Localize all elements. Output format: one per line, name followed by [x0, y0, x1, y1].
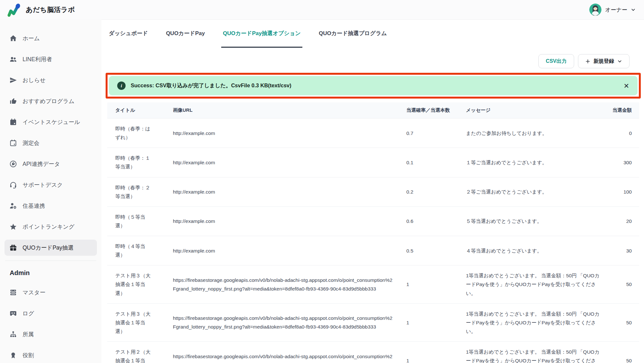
csv-export-button[interactable]: CSV出力 — [538, 54, 574, 68]
cell-message: １等ご当選おめでとうございます。 — [458, 158, 600, 167]
sidebar-item[interactable]: サポートデスク — [5, 177, 97, 193]
home-icon — [9, 34, 17, 42]
sidebar-item-label: ホーム — [23, 34, 40, 42]
sidebar-item[interactable]: LINE利用者 — [5, 51, 97, 67]
highlight-annotation-box: i Success: CSV取り込みが完了しました。CsvFile 0.3 KB… — [106, 73, 641, 99]
sidebar-item-label: マスター — [23, 289, 45, 296]
tab-item[interactable]: ダッシュボード — [107, 20, 149, 48]
sidebar-item[interactable]: 住基連携 — [5, 198, 97, 214]
headset-icon — [9, 181, 17, 189]
tab-item[interactable]: QUOカードPay抽選オプション — [221, 20, 302, 48]
table-body: 即時（春季：はずれ） http://example.com 0.7 またのご参加… — [107, 119, 639, 363]
sidebar-item[interactable]: マスター — [5, 284, 97, 301]
thumbs-up-icon — [9, 97, 17, 105]
table-row: 即時（春季：１等当選） http://example.com 0.1 １等ご当選… — [107, 148, 639, 177]
cell-title: テスト用２（大抽選会１等当選） — [107, 348, 162, 363]
tab-label: ダッシュボード — [109, 30, 148, 37]
sidebar-divider — [5, 261, 96, 261]
cell-message: 1等当選おめでとうございます。 当選金額：50円 「QUOカードPayを使う」か… — [458, 310, 600, 336]
sidebar-item[interactable]: おしらせ — [5, 72, 97, 88]
cell-message: 1等当選おめでとうございます。 当選金額：50円 「QUOカードPayを使う」か… — [458, 271, 600, 297]
tab-item[interactable]: QUOカード抽選プログラム — [317, 20, 389, 48]
info-icon: i — [117, 81, 126, 90]
cell-image-url: http://example.com — [162, 246, 402, 255]
person-gear-icon — [9, 202, 17, 210]
cell-rate: 0.7 — [402, 129, 458, 138]
chevron-down-icon — [617, 59, 622, 64]
sidebar-item-label: 測定会 — [23, 139, 40, 147]
user-menu[interactable]: オーナー — [589, 4, 636, 16]
sidebar-item-label: 役割 — [23, 351, 34, 359]
sidebar-item[interactable]: 所属 — [5, 326, 97, 342]
cell-rate: 1 — [402, 280, 458, 289]
sidebar-item-label: サポートデスク — [23, 181, 63, 189]
app-title: あだち脳活ラボ — [26, 5, 75, 14]
sidebar-item-label: 所属 — [23, 330, 34, 338]
cell-amount: 20 — [600, 217, 639, 225]
cell-amount: 50 — [600, 280, 639, 289]
sidebar-item[interactable]: 測定会 — [5, 135, 97, 151]
gift-icon — [9, 244, 17, 252]
table-header-cell: 画像URL — [162, 107, 402, 113]
sidebar-main-items: ホーム LINE利用者 おしらせ おすすめプログラム — [0, 30, 101, 256]
success-alert: i Success: CSV取り込みが完了しました。CsvFile 0.3 KB… — [109, 76, 638, 95]
cell-rate: 0.2 — [402, 187, 458, 196]
cell-image-url: http://example.com — [162, 217, 402, 225]
sidebar-item-label: おしらせ — [23, 76, 46, 84]
sidebar-item-label: QUOカードPay抽選 — [23, 244, 73, 252]
close-icon[interactable]: ✕ — [623, 82, 629, 89]
log-icon — [9, 310, 17, 317]
top-bar: あだち脳活ラボ オーナー — [0, 0, 644, 19]
table-row: テスト用３（大抽選会１等当選） https://firebasestorage.… — [107, 265, 639, 303]
avatar — [589, 4, 601, 16]
sidebar-item[interactable]: イベントスケジュール — [5, 114, 97, 130]
cell-title: 即時（春季：はずれ） — [107, 124, 162, 142]
api-plug-icon — [9, 160, 17, 168]
tab-item[interactable]: QUOカードPay — [164, 20, 206, 48]
user-role-label: オーナー — [605, 6, 627, 14]
role-badge-icon — [9, 351, 17, 359]
tab-label: QUOカード抽選プログラム — [319, 30, 387, 37]
calendar-outline-icon — [9, 139, 17, 147]
cell-rate: 0.5 — [402, 246, 458, 255]
cell-amount: 0 — [600, 129, 639, 138]
sidebar-item[interactable]: ポイントランキング — [5, 219, 97, 235]
sidebar-item[interactable]: QUOカードPay抽選 — [5, 240, 97, 256]
cell-message: ２等ご当選おめでとうございます。 — [458, 187, 600, 196]
csv-export-label: CSV出力 — [546, 58, 567, 65]
lottery-options-table: タイトル 画像URL 当選確率／当選本数 メッセージ 当選金額 即時（春季：はず… — [107, 102, 639, 363]
cell-image-url: http://example.com — [162, 187, 402, 196]
sidebar-item[interactable]: ホーム — [5, 30, 97, 46]
new-registration-button[interactable]: 新規登録 — [578, 54, 630, 68]
cell-title: テスト用３（大抽選会１等当選） — [107, 310, 162, 336]
sidebar-section-admin: Admin — [0, 269, 101, 277]
table-row: 即時（春季：２等当選） http://example.com 0.2 ２等ご当選… — [107, 177, 639, 207]
master-list-icon — [9, 289, 17, 296]
cell-message: ５等当選おめでとうございます。 — [458, 217, 600, 225]
sidebar-item-label: おすすめプログラム — [23, 97, 74, 105]
chevron-down-icon — [631, 7, 636, 12]
sidebar-item[interactable]: API連携データ — [5, 156, 97, 172]
tab-bar: ダッシュボード QUOカードPay QUOカードPay抽選オプション QUOカー… — [101, 20, 644, 48]
cell-message: 1等当選おめでとうございます。 当選金額：50円 「QUOカードPayを使う」か… — [458, 348, 600, 363]
sidebar-item[interactable]: ログ — [5, 305, 97, 321]
sidebar-item-label: ポイントランキング — [23, 223, 74, 231]
plus-icon — [585, 59, 590, 64]
table-header-cell: 当選金額 — [600, 107, 639, 113]
sidebar-item-label: API連携データ — [23, 160, 60, 168]
org-tree-icon — [9, 330, 17, 338]
cell-title: 即時（春季：１等当選） — [107, 154, 162, 171]
star-icon — [9, 223, 17, 231]
table-header-cell: メッセージ — [458, 107, 600, 113]
table-row: テスト用２（大抽選会１等当選） https://firebasestorage.… — [107, 342, 639, 363]
cell-amount: 50 — [600, 318, 639, 327]
cell-image-url: https://firebasestorage.googleapis.com/v… — [162, 276, 402, 293]
table-header-cell: 当選確率／当選本数 — [402, 107, 458, 113]
sidebar-item[interactable]: おすすめプログラム — [5, 93, 97, 109]
cell-image-url: http://example.com — [162, 158, 402, 167]
cell-rate: 0.1 — [402, 158, 458, 167]
cell-rate: 1 — [402, 318, 458, 327]
table-row: 即時（４等当選） http://example.com 0.5 ４等当選おめでと… — [107, 236, 639, 265]
toolbar: CSV出力 新規登録 — [101, 48, 644, 68]
sidebar-item[interactable]: 役割 — [5, 347, 97, 363]
